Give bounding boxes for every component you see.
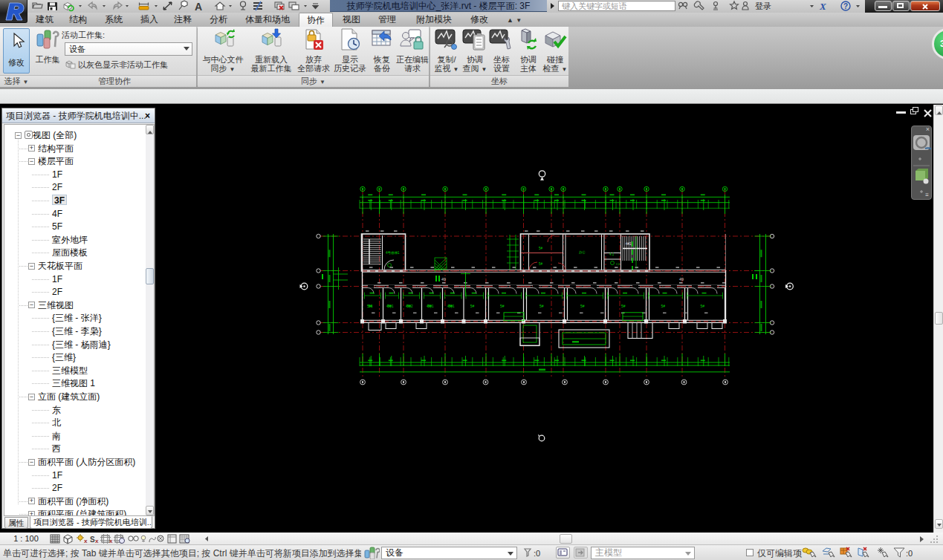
svg-text:4号楼梯1: 4号楼梯1 (386, 251, 400, 255)
svg-text:A: A (195, 1, 202, 13)
svg-text:5#: 5# (500, 304, 505, 308)
svg-text:S: S (90, 535, 95, 544)
svg-text:5#: 5# (470, 304, 475, 308)
svg-text:4号1: 4号1 (427, 305, 434, 308)
svg-text:5#: 5# (539, 247, 543, 250)
svg-text:5#: 5# (580, 304, 585, 308)
svg-text:x: x (109, 538, 113, 544)
svg-text:5#: 5# (539, 262, 543, 266)
svg-text:4号1: 4号1 (386, 305, 394, 308)
svg-text:登录: 登录 (755, 1, 771, 10)
svg-text:4.1: 4.1 (609, 253, 615, 256)
svg-text:4号2: 4号2 (406, 305, 413, 308)
svg-text:49: 49 (679, 277, 684, 281)
svg-text:4号1: 4号1 (447, 305, 455, 308)
svg-text::0: :0 (906, 549, 913, 558)
svg-text:4#1: 4#1 (626, 242, 632, 246)
svg-text:5#1: 5#1 (367, 305, 373, 308)
svg-text:5#: 5# (661, 304, 666, 308)
svg-text:x: x (95, 538, 99, 544)
svg-text:X: X (819, 1, 826, 12)
svg-text:5#: 5# (621, 304, 626, 308)
svg-text::0: :0 (534, 549, 540, 558)
svg-text:5#: 5# (701, 304, 705, 308)
svg-text:C2: C2 (616, 262, 620, 266)
svg-text:办公: 办公 (579, 250, 586, 254)
svg-text:5#: 5# (539, 304, 544, 308)
svg-text:?: ? (843, 2, 848, 10)
svg-text:x: x (84, 538, 88, 544)
svg-text:49: 49 (441, 277, 446, 281)
